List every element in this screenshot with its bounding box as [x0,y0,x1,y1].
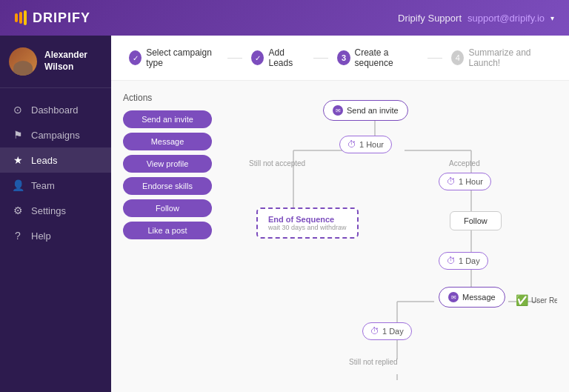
follow-label: Follow [464,216,488,225]
step-create-sequence: 3 Create a sequence [337,47,419,68]
node-user-replied: ✅ User Replied [516,294,557,306]
node-time-4[interactable]: ⏱ 1 Day [362,322,412,340]
avatar [9,47,37,76]
sidebar-label-settings: Settings [31,205,66,216]
help-icon: ? [12,230,24,242]
action-btn-send-invite[interactable]: Send an invite [123,110,212,128]
node-time-2[interactable]: ⏱ 1 Hour [439,173,491,190]
clock-icon-4: ⏱ [370,326,379,336]
sidebar-item-campaigns[interactable]: ⚑ Campaigns [0,122,111,147]
step-icon-create-sequence: 3 [337,50,350,65]
user-profile: Alexander Wilson [0,36,111,88]
logo-area: DRIPIFY [15,10,90,26]
action-btn-view-profile[interactable]: View profile [123,155,212,173]
sidebar-label-team: Team [31,180,55,191]
step-icon-add-leads: ✓ [251,50,264,65]
message-action-icon: ✉ [448,292,459,302]
user-name-line2: Wilson [44,62,87,73]
step-icon-select-type: ✓ [129,50,142,65]
step-divider-2 [313,58,328,59]
sequence-inner: ✉ Send an invite ⏱ 1 Hour Still not acce… [227,93,557,380]
top-header: DRIPIFY Dripify Support support@dripify.… [0,0,569,36]
node-time-1[interactable]: ⏱ 1 Hour [339,136,392,153]
avatar-body [13,61,33,76]
step-label-summarize: Summarize and Launch! [468,47,551,68]
step-divider-1 [227,58,242,59]
checkmark2-icon: ✓ [255,54,261,62]
node-time-3[interactable]: ⏱ 1 Day [439,252,488,270]
sidebar-item-help[interactable]: ? Help [0,223,111,248]
invite-action-icon: ✉ [333,105,343,116]
dashboard-icon: ⊙ [12,104,24,116]
step-icon-summarize: 4 [451,50,464,65]
sidebar-item-team[interactable]: 👤 Team [0,173,111,198]
user-name-line1: Alexander [44,50,87,62]
action-btn-like-post[interactable]: Like a post [123,222,212,239]
stripe-2 [19,12,22,24]
chevron-down-icon[interactable]: ▾ [550,14,554,22]
sidebar-label-leads: Leads [31,155,57,166]
node-send-invite[interactable]: ✉ Send an invite [323,100,408,121]
time4-label: 1 Day [382,327,404,336]
campaigns-icon: ⚑ [12,129,24,141]
support-label: Dripify Support [398,13,462,24]
step-add-leads: ✓ Add Leads [251,47,305,68]
sidebar-item-dashboard[interactable]: ⊙ Dashboard [0,97,111,122]
clock-icon-1: ⏱ [347,139,356,150]
message-label: Message [462,293,496,302]
sidebar-label-dashboard: Dashboard [31,104,79,116]
time1-label: 1 Hour [359,140,384,149]
content-area: ✓ Select campaign type ✓ Add Leads 3 Cre… [111,36,569,392]
time3-label: 1 Day [459,256,480,265]
clock-icon-3: ⏱ [447,256,456,266]
sidebar-label-campaigns: Campaigns [31,130,80,141]
step-divider-3 [427,58,442,59]
steps-bar: ✓ Select campaign type ✓ Add Leads 3 Cre… [111,36,569,81]
step-label-create-sequence: Create a sequence [355,47,419,68]
logo-icon [15,10,27,25]
step-select-type: ✓ Select campaign type [129,47,219,68]
action-btn-message[interactable]: Message [123,133,212,150]
logo-text: DRIPIFY [33,10,90,26]
step-summarize: 4 Summarize and Launch! [451,47,551,68]
actions-title: Actions [123,93,227,103]
sidebar-label-help: Help [31,230,51,242]
stripe-1 [15,13,18,22]
sidebar-item-settings[interactable]: ⚙ Settings [0,198,111,223]
sidebar-nav: ⊙ Dashboard ⚑ Campaigns ★ Leads 👤 Team ⚙… [0,88,111,392]
still-not-accepted-label: Still not accepted [249,159,305,167]
accepted-label: Accepted [449,159,480,167]
node-follow[interactable]: Follow [450,211,502,230]
stripe-3 [24,10,27,25]
action-btn-endorse-skills[interactable]: Endorse skills [123,177,212,195]
workflow-area: Actions Send an invite Message View prof… [111,81,569,392]
settings-icon: ⚙ [12,205,24,216]
still-not-replied-label: Still not replied [349,358,398,366]
node-end-of-sequence: End of Sequence wait 30 days and withdra… [256,207,359,239]
user-name: Alexander Wilson [44,50,87,73]
node-message[interactable]: ✉ Message [439,287,505,308]
end-sequence-label: End of Sequence [268,215,347,224]
send-invite-label: Send an invite [347,106,399,115]
header-right: Dripify Support support@dripify.io ▾ [398,13,554,24]
step-label-add-leads: Add Leads [268,47,305,68]
check-green-icon: ✅ [516,294,528,306]
main-layout: Alexander Wilson ⊙ Dashboard ⚑ Campaigns… [0,36,569,392]
sidebar-item-leads[interactable]: ★ Leads [0,147,111,173]
step-number-3: 3 [342,53,346,62]
time2-label: 1 Hour [459,177,483,186]
sidebar: Alexander Wilson ⊙ Dashboard ⚑ Campaigns… [0,36,111,392]
leads-icon: ★ [12,154,24,166]
support-email[interactable]: support@dripify.io [467,13,545,24]
clock-icon-2: ⏱ [447,176,456,187]
action-btn-follow[interactable]: Follow [123,199,212,217]
step-number-4: 4 [456,53,460,62]
team-icon: 👤 [12,179,24,191]
end-sequence-sub: wait 30 days and withdraw [268,224,347,231]
sequence-canvas: ✉ Send an invite ⏱ 1 Hour Still not acce… [227,93,557,380]
actions-panel: Actions Send an invite Message View prof… [123,93,227,380]
user-replied-label: User Replied [531,296,557,305]
step-label-select-type: Select campaign type [146,47,219,68]
checkmark-icon: ✓ [133,54,139,62]
